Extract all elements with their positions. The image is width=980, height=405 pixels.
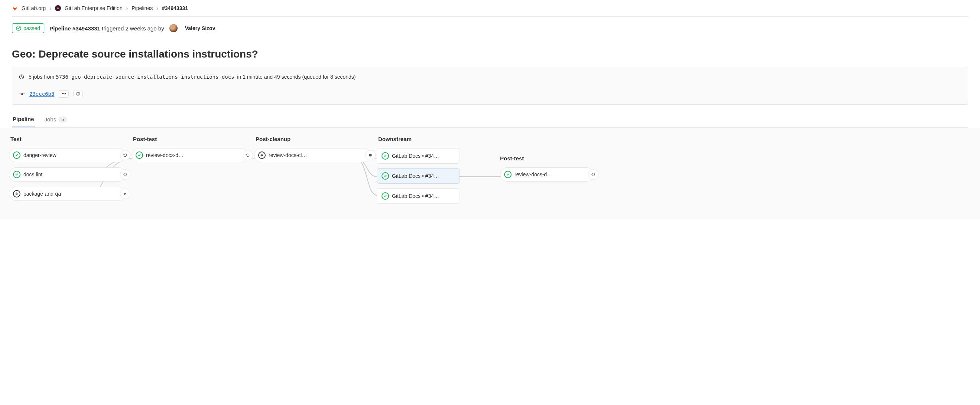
downstream-label: GitLab Docs • #34… [392,173,439,179]
stage-test: Test danger-review docs lint package-and… [6,136,129,206]
retry-icon [591,172,595,177]
jobs-summary: 5 jobs from 5736-geo-deprecate-source-in… [29,74,356,80]
tab-jobs-label: Jobs [45,116,56,122]
job-danger-review[interactable]: danger-review [9,148,126,162]
gear-icon [13,190,21,197]
chevron-right-icon: › [156,5,158,11]
tab-pipeline[interactable]: Pipeline [12,112,35,127]
job-review-docs-deploy-ds[interactable]: review-docs-d… [500,167,593,181]
stage-title: Test [9,136,126,142]
check-circle-icon [382,192,389,200]
job-label: docs lint [24,172,121,178]
downstream-label: GitLab Docs • #34… [392,193,439,199]
stage-title: Post-test [500,155,524,162]
job-docs-lint[interactable]: docs lint [9,167,126,181]
job-review-docs-deploy[interactable]: review-docs-d… [132,148,248,162]
avatar[interactable] [169,24,178,32]
play-button[interactable] [120,189,130,199]
status-badge[interactable]: passed [12,23,44,33]
retry-button[interactable] [120,169,130,179]
retry-icon [123,172,127,177]
project-icon [55,5,61,11]
pipeline-header: passed Pipeline #34943331 triggered 2 we… [12,17,968,40]
pipeline-meta: Pipeline #34943331 triggered 2 weeks ago… [49,25,164,32]
job-label: review-docs-d… [146,152,244,158]
check-circle-icon [16,25,21,31]
downstream-pipeline[interactable]: GitLab Docs • #34… [377,148,460,164]
check-circle-icon [13,151,21,159]
stop-button[interactable] [365,150,375,160]
check-circle-icon [382,152,389,160]
svg-rect-5 [76,92,79,95]
stage-downstream-post-test: Post-test review-docs-d… [463,136,597,187]
downstream-pipeline[interactable]: GitLab Docs • #34… [377,168,460,184]
copy-icon [76,92,80,96]
gear-icon [258,151,266,159]
retry-button[interactable] [120,150,130,160]
stage-title: Post-cleanup [254,136,371,142]
expand-commit-button[interactable]: ••• [59,90,69,98]
breadcrumb-project[interactable]: GitLab Enterprise Edition [65,5,123,11]
check-circle-icon [135,151,143,159]
chevron-right-icon: › [49,5,51,11]
stage-title: Post-test [132,136,248,142]
page-title: Geo: Deprecate source installations inst… [12,40,968,67]
retry-icon [123,153,127,157]
svg-point-6 [16,193,17,194]
retry-button[interactable] [243,150,253,160]
commit-sha-link[interactable]: 23ecc6b3 [29,91,54,97]
retry-button[interactable] [588,169,598,179]
downstream-pipeline[interactable]: GitLab Docs • #34… [377,188,460,204]
copy-sha-button[interactable] [73,91,83,97]
stage-post-cleanup: Post-cleanup review-docs-cl… [251,136,374,167]
status-label: passed [24,25,40,31]
breadcrumb-org[interactable]: GitLab.org [22,5,46,11]
check-circle-icon [382,172,389,179]
tab-jobs-count: 5 [58,117,67,122]
job-review-docs-cleanup[interactable]: review-docs-cl… [254,148,371,162]
svg-point-7 [261,154,262,156]
breadcrumb-id: #34943331 [162,5,188,11]
breadcrumb: GitLab.org › GitLab Enterprise Edition ›… [12,0,968,17]
job-package-and-qa[interactable]: package-and-qa [9,187,126,201]
stop-icon [369,153,372,157]
clock-icon [19,74,24,79]
tabs: Pipeline Jobs 5 [12,112,968,128]
job-label: danger-review [24,152,121,158]
tab-jobs[interactable]: Jobs 5 [44,112,68,127]
job-label: review-docs-d… [514,172,590,178]
gitlab-org-icon [12,5,18,11]
pipeline-info-box: 5 jobs from 5736-geo-deprecate-source-in… [12,67,968,105]
downstream-label: GitLab Docs • #34… [392,153,439,159]
retry-icon [245,153,250,157]
check-circle-icon [13,171,21,178]
breadcrumb-section[interactable]: Pipelines [132,5,153,11]
check-circle-icon [504,171,512,178]
user-link[interactable]: Valery Sizov [185,25,215,31]
chevron-right-icon: › [126,5,128,11]
commit-icon [19,91,25,97]
play-icon [123,192,127,195]
stage-title: Downstream [377,136,460,142]
job-label: review-docs-cl… [269,152,367,158]
job-label: package-and-qa [24,191,121,197]
svg-rect-8 [369,154,372,157]
stage-downstream: Downstream GitLab Docs • #34… GitLab Doc… [374,136,463,208]
pipeline-graph: Test danger-review docs lint package-and… [0,128,980,219]
stage-post-test: Post-test review-docs-d… [129,136,251,167]
svg-point-2 [21,93,23,95]
